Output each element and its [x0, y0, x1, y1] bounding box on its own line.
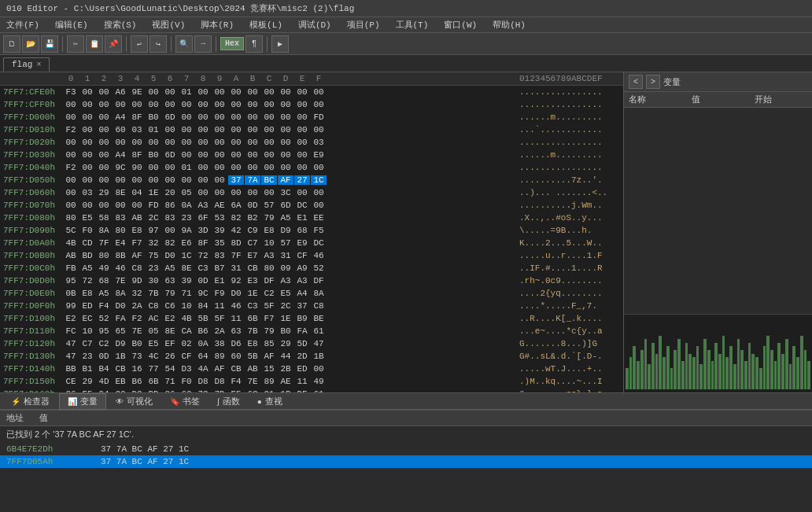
hex-byte[interactable]: 00: [195, 87, 211, 97]
hex-byte[interactable]: E5: [228, 389, 244, 392]
hex-byte[interactable]: F2: [63, 163, 79, 172]
hex-byte[interactable]: 00: [278, 163, 293, 172]
hex-byte[interactable]: F0: [179, 377, 194, 386]
hex-byte[interactable]: 6D: [162, 150, 178, 160]
hex-byte[interactable]: 80: [113, 226, 128, 235]
hex-byte[interactable]: AF: [261, 352, 277, 361]
hex-byte[interactable]: 32: [146, 238, 161, 248]
hex-byte[interactable]: 00: [261, 188, 277, 197]
menu-item-窗口w[interactable]: 窗口(W): [441, 19, 480, 31]
hex-byte[interactable]: 00: [245, 87, 260, 97]
menu-item-搜索s[interactable]: 搜索(S): [101, 19, 140, 31]
hex-byte[interactable]: 05: [146, 326, 161, 336]
hex-byte[interactable]: 7A: [245, 175, 260, 185]
hex-byte[interactable]: B4: [96, 364, 112, 374]
paste-btn[interactable]: 📌: [105, 35, 122, 53]
hex-byte[interactable]: 00: [96, 201, 112, 210]
hex-byte[interactable]: 00: [79, 163, 95, 172]
hex-byte[interactable]: A3: [261, 251, 277, 260]
menu-item-视图v[interactable]: 视图(V): [149, 19, 188, 31]
hex-byte[interactable]: A5: [162, 263, 178, 273]
hex-byte[interactable]: 90: [129, 163, 145, 172]
hex-byte[interactable]: AF: [129, 251, 145, 260]
search-result-row[interactable]: 6B4E7E2Dh37 7A BC AF 27 1C: [0, 443, 812, 455]
hex-byte[interactable]: 9D: [129, 276, 145, 285]
hex-byte[interactable]: D3: [179, 364, 194, 374]
hex-byte[interactable]: 7E: [113, 276, 128, 285]
hex-byte[interactable]: 00: [261, 163, 277, 172]
hex-byte[interactable]: 00: [179, 112, 194, 122]
hex-byte[interactable]: 00: [63, 201, 79, 210]
hex-byte[interactable]: F9: [212, 289, 227, 298]
hex-byte[interactable]: CA: [179, 326, 194, 336]
hex-byte[interactable]: 00: [79, 201, 95, 210]
hex-byte[interactable]: 00: [228, 150, 244, 160]
hex-row[interactable]: 7FF7:D0A0h4BCD7FE4F73282E68F358DC71057E9…: [0, 237, 623, 249]
hex-row[interactable]: 7FF7:D110hFC1095657E058ECAB62A637B79B0FA…: [0, 325, 623, 337]
hex-byte[interactable]: 02: [179, 339, 194, 348]
hex-byte[interactable]: 00: [311, 188, 327, 197]
hex-byte[interactable]: 9A: [179, 226, 194, 235]
hex-byte[interactable]: 0D: [96, 352, 112, 361]
hex-byte[interactable]: 23: [146, 263, 161, 273]
hex-byte[interactable]: 52: [311, 263, 327, 273]
hex-byte[interactable]: 2C: [278, 301, 293, 311]
hex-byte[interactable]: E5: [79, 213, 95, 223]
hex-byte[interactable]: 2B: [278, 364, 293, 374]
hex-byte[interactable]: 0D: [245, 201, 260, 210]
hex-byte[interactable]: CD: [79, 238, 95, 248]
hex-byte[interactable]: 0A: [179, 201, 194, 210]
hex-byte[interactable]: DF: [261, 276, 277, 285]
hex-byte[interactable]: 1B: [311, 352, 327, 361]
hex-byte[interactable]: A3: [195, 201, 211, 210]
hex-byte[interactable]: 5B: [195, 314, 211, 323]
hex-byte[interactable]: F7: [129, 238, 145, 248]
hex-row[interactable]: 7FF7:CFE0hF30000A69E00000100000000000000…: [0, 86, 623, 98]
hex-byte[interactable]: 1E: [278, 314, 293, 323]
hex-byte[interactable]: 00: [278, 150, 293, 160]
hex-byte[interactable]: 30: [146, 276, 161, 285]
hex-byte[interactable]: AB: [245, 364, 260, 374]
hex-byte[interactable]: 00: [63, 100, 79, 109]
hex-byte[interactable]: 09: [278, 263, 293, 273]
hex-row[interactable]: 7FF7:D100hE2EC52FAF2ACE24B5B5F116BF71EB9…: [0, 312, 623, 325]
hex-row[interactable]: 7FF7:D040hF200009C9000000100000000000000…: [0, 161, 623, 174]
hex-byte[interactable]: C2: [261, 289, 277, 298]
hex-byte[interactable]: 00: [278, 138, 293, 147]
redo-btn[interactable]: ↪: [149, 35, 167, 53]
hex-row[interactable]: 7FF7:D130h47230D1B734C26CF6489605BAF442D…: [0, 350, 623, 363]
bottom-tab-变量[interactable]: 📊变量: [59, 393, 106, 410]
hex-byte[interactable]: 4D: [96, 377, 112, 386]
hex-byte[interactable]: 68: [294, 226, 310, 235]
hex-byte[interactable]: 00: [129, 138, 145, 147]
hex-byte[interactable]: 3C: [278, 188, 293, 197]
hex-byte[interactable]: A9: [294, 263, 310, 273]
save-btn[interactable]: 💾: [41, 35, 58, 53]
hex-byte[interactable]: 7F: [96, 238, 112, 248]
hex-byte[interactable]: 8E: [162, 326, 178, 336]
hex-byte[interactable]: 47: [63, 339, 79, 348]
hex-byte[interactable]: 10: [79, 326, 95, 336]
hex-byte[interactable]: 8F: [195, 238, 211, 248]
hex-byte[interactable]: FA: [113, 314, 128, 323]
hex-byte[interactable]: BD: [146, 389, 161, 392]
hex-byte[interactable]: E6: [179, 238, 194, 248]
hex-byte[interactable]: B6: [195, 326, 211, 336]
hex-byte[interactable]: 9C: [113, 163, 128, 172]
hex-byte[interactable]: EE: [311, 213, 327, 223]
hex-byte[interactable]: 00: [278, 100, 293, 109]
hex-byte[interactable]: 00: [63, 188, 79, 197]
hex-byte[interactable]: C8: [146, 301, 161, 311]
hex-byte[interactable]: 37: [294, 301, 310, 311]
hex-byte[interactable]: 80: [63, 213, 79, 223]
hex-byte[interactable]: 00: [228, 163, 244, 172]
undo-btn[interactable]: ↩: [131, 35, 148, 53]
hex-byte[interactable]: 63: [162, 276, 178, 285]
hex-byte[interactable]: 00: [96, 125, 112, 134]
hex-byte[interactable]: 00: [261, 150, 277, 160]
hex-byte[interactable]: 15: [261, 364, 277, 374]
menu-item-模板l[interactable]: 模板(L): [246, 19, 286, 31]
hex-byte[interactable]: BC: [261, 175, 277, 185]
hex-byte[interactable]: AC: [146, 314, 161, 323]
hex-byte[interactable]: 6B: [245, 314, 260, 323]
